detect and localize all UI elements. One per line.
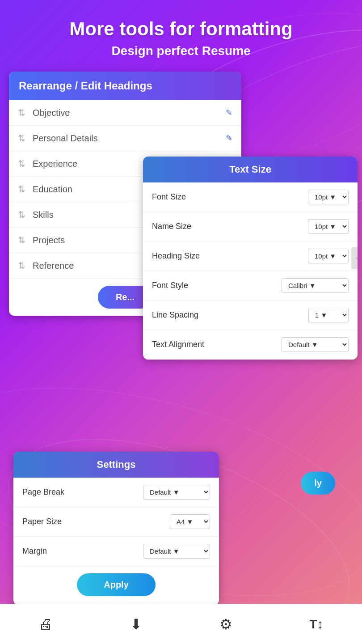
text-size-apply-area: ly: [301, 472, 335, 495]
page-break-label: Page Break: [22, 487, 64, 497]
drag-icon: ⇅: [18, 235, 25, 246]
apply-button-area: Apply: [13, 566, 219, 605]
settings-header: Settings: [13, 452, 219, 478]
page-break-select[interactable]: Default ▼: [143, 485, 210, 500]
drag-icon: ⇅: [18, 107, 25, 118]
text-alignment-label: Text Alignment: [152, 340, 204, 349]
margin-select[interactable]: Default ▼: [143, 544, 210, 559]
heading-size-select[interactable]: 10pt ▼: [308, 249, 349, 263]
line-spacing-row: Line Spacing 1 ▼: [143, 301, 358, 330]
drag-icon: ⇅: [18, 260, 25, 271]
nav-item-settings[interactable]: ⚙: [219, 616, 232, 633]
item-label: Objective: [33, 108, 226, 118]
bottom-nav: 🖨 ⬇ ⚙ T↕: [0, 604, 362, 644]
paper-size-row: Paper Size A4 ▼: [13, 507, 219, 537]
download-icon: ⬇: [130, 616, 142, 633]
drag-icon: ⇅: [18, 184, 25, 195]
margin-row: Margin Default ▼: [13, 537, 219, 566]
paper-size-label: Paper Size: [22, 517, 62, 526]
apply-button[interactable]: Apply: [77, 573, 156, 596]
line-spacing-label: Line Spacing: [152, 310, 198, 320]
nav-item-text-size[interactable]: T↕: [310, 617, 324, 631]
drag-icon: ⇅: [18, 209, 25, 220]
text-alignment-select[interactable]: Default ▼: [282, 337, 349, 352]
settings-card: Settings Page Break Default ▼ Paper Size…: [13, 452, 219, 605]
font-size-label: Font Size: [152, 192, 186, 202]
font-style-select[interactable]: Calibri ▼: [282, 278, 349, 293]
header-title: More tools for formatting: [9, 18, 353, 40]
settings-icon: ⚙: [219, 616, 232, 633]
margin-label: Margin: [22, 547, 47, 556]
font-size-select[interactable]: 10pt ▼: [308, 190, 349, 204]
paper-size-select[interactable]: A4 ▼: [170, 514, 210, 529]
text-size-apply-button[interactable]: ly: [301, 472, 335, 495]
drag-icon: ⇅: [18, 158, 25, 169]
font-size-row: Font Size 10pt ▼: [143, 182, 358, 212]
drag-icon: ⇅: [18, 133, 25, 144]
name-size-row: Name Size 10pt ▼: [143, 212, 358, 242]
font-style-label: Font Style: [152, 281, 188, 290]
line-spacing-select[interactable]: 1 ▼: [308, 308, 349, 322]
cards-area: Rearrange / Edit Headings ⇅ Objective ✎ …: [0, 67, 362, 514]
text-size-icon: T↕: [310, 617, 324, 631]
header-section: More tools for formatting Design perfect…: [0, 0, 362, 67]
item-label: Personal Details: [33, 133, 226, 144]
side-handle: ›: [351, 247, 358, 269]
text-size-header: Text Size: [143, 157, 358, 182]
heading-size-row: Heading Size 10pt ▼: [143, 242, 358, 271]
rearrange-card-header: Rearrange / Edit Headings: [9, 72, 241, 100]
text-size-card: Text Size Font Size 10pt ▼ Name Size 10p…: [143, 157, 358, 360]
text-alignment-row: Text Alignment Default ▼: [143, 330, 358, 360]
nav-item-download[interactable]: ⬇: [130, 616, 142, 633]
name-size-select[interactable]: 10pt ▼: [308, 219, 349, 234]
nav-item-print[interactable]: 🖨: [38, 616, 53, 632]
list-item: ⇅ Objective ✎: [9, 100, 241, 126]
font-style-row: Font Style Calibri ▼: [143, 271, 358, 301]
page-break-row: Page Break Default ▼: [13, 478, 219, 507]
heading-size-label: Heading Size: [152, 251, 200, 261]
edit-icon[interactable]: ✎: [226, 108, 232, 118]
header-subtitle: Design perfect Resume: [9, 44, 353, 58]
list-item: ⇅ Personal Details ✎: [9, 126, 241, 151]
name-size-label: Name Size: [152, 222, 191, 231]
print-icon: 🖨: [38, 616, 53, 632]
edit-icon[interactable]: ✎: [226, 133, 232, 143]
